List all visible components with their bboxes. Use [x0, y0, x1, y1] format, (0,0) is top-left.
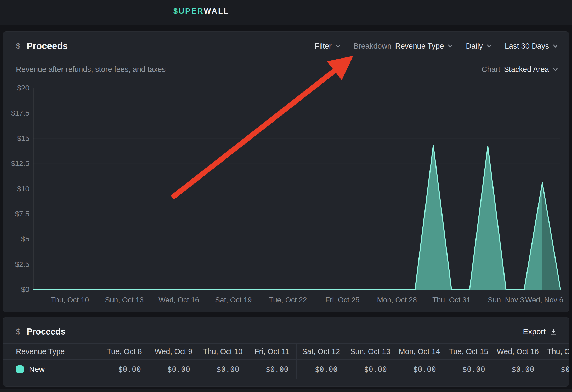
x-axis-label: Tue, Oct 22 [269, 296, 307, 304]
proceeds-chart-card: $ Proceeds Filter Breakdown Revenue Type… [3, 31, 569, 312]
y-axis-label: $15 [3, 134, 29, 143]
chart-card-subheader: Revenue after refunds, store fees, and t… [16, 65, 557, 74]
y-axis-label: $0 [3, 285, 29, 294]
table-value-cell: $0.00 [444, 360, 493, 379]
interval-dropdown[interactable]: Daily [459, 42, 497, 50]
logo-prefix: $UPER [173, 7, 204, 15]
chart-card-title-group: $ Proceeds [16, 41, 68, 51]
column-header-date: Tue, Oct 8 [100, 344, 149, 359]
filter-dropdown[interactable]: Filter [315, 42, 346, 50]
table-value-cell: $0.00 [346, 360, 395, 379]
export-button[interactable]: Export [523, 327, 557, 336]
y-axis-label: $2.5 [3, 260, 29, 269]
table-value-cell: $0.00 [493, 360, 542, 379]
y-axis-label: $12.5 [3, 159, 29, 168]
chevron-down-icon [336, 43, 340, 47]
chevron-down-icon [487, 43, 491, 47]
breakdown-label: Breakdown [354, 42, 392, 50]
x-axis-label: Wed, Nov 6 [525, 296, 563, 304]
stacked-area-chart[interactable] [33, 88, 560, 290]
column-header-date: Sat, Oct 12 [296, 344, 346, 359]
table-value-cell: $0.00 [100, 360, 149, 379]
table-value-cell: $0.00 [198, 360, 247, 379]
x-axis-label: Sun, Oct 13 [105, 296, 144, 304]
dollar-icon: $ [16, 42, 20, 50]
y-axis-label: $7.5 [3, 210, 29, 218]
x-axis-label: Mon, Oct 28 [377, 296, 417, 304]
column-header-date: Wed, Oct 16 [493, 344, 542, 359]
top-bar: $UPERWALL [0, 0, 572, 25]
table-value-cell: $0.00 [247, 360, 296, 379]
dollar-icon: $ [16, 327, 20, 336]
breakdown-value: Revenue Type [395, 42, 444, 50]
column-header-date: Mon, Oct 14 [395, 344, 444, 359]
series-color-swatch [16, 365, 24, 373]
logo-suffix: WALL [204, 7, 229, 15]
superwall-logo[interactable]: $UPERWALL [173, 7, 229, 15]
chart-card-title: Proceeds [27, 41, 68, 51]
column-header-date: Fri, Oct 11 [247, 344, 296, 359]
filter-label: Filter [315, 42, 331, 50]
table-value-cell: $0.00 [395, 360, 444, 379]
table-value-cell: $0.00 [542, 360, 569, 379]
column-header-date: Thu, Oct 10 [198, 344, 247, 359]
proceeds-table-card: $ Proceeds Export Revenue TypeTue, Oct 8… [3, 317, 569, 387]
chart-type-dropdown[interactable]: Chart Stacked Area [475, 65, 557, 74]
column-header-revenue-type: Revenue Type [3, 344, 100, 359]
table-card-header: $ Proceeds Export [16, 325, 557, 338]
row-label-text: New [29, 360, 45, 379]
column-header-date: Tue, Oct 15 [444, 344, 493, 359]
x-axis-label: Sat, Oct 19 [215, 296, 252, 304]
x-axis-label: Thu, Oct 10 [51, 296, 89, 304]
date-range-value: Last 30 Days [505, 42, 549, 50]
chart-card-subtitle: Revenue after refunds, store fees, and t… [16, 65, 166, 74]
y-axis-label: $10 [3, 185, 29, 193]
chevron-down-icon [553, 43, 558, 47]
date-range-dropdown[interactable]: Last 30 Days [498, 42, 557, 50]
chart-type-label: Chart [482, 65, 500, 74]
chart-card-header: $ Proceeds Filter Breakdown Revenue Type… [16, 39, 557, 53]
table-row: New$0.00$0.00$0.00$0.00$0.00$0.00$0.00$0… [3, 359, 569, 379]
proceeds-table: Revenue TypeTue, Oct 8Wed, Oct 9Thu, Oct… [3, 343, 569, 379]
x-axis-label: Sun, Nov 3 [488, 296, 524, 304]
chevron-down-icon [448, 43, 453, 47]
y-axis-label: $20 [3, 84, 29, 92]
download-icon [550, 328, 557, 335]
table-card-title: Proceeds [27, 327, 66, 337]
column-header-date: Thu, Oct 17 [542, 344, 569, 359]
export-label: Export [523, 327, 546, 336]
breakdown-dropdown[interactable]: Breakdown Revenue Type [347, 42, 459, 50]
table-header-row: Revenue TypeTue, Oct 8Wed, Oct 9Thu, Oct… [3, 343, 569, 359]
x-axis-label: Fri, Oct 25 [325, 296, 360, 304]
column-header-date: Sun, Oct 13 [346, 344, 395, 359]
chart-type-value: Stacked Area [504, 65, 549, 74]
table-value-cell: $0.00 [296, 360, 346, 379]
chevron-down-icon [553, 66, 558, 71]
table-value-cell: $0.00 [149, 360, 198, 379]
y-axis-label: $17.5 [3, 109, 29, 117]
row-label: New [3, 360, 100, 379]
column-header-date: Wed, Oct 9 [149, 344, 198, 359]
y-axis-label: $5 [3, 235, 29, 243]
interval-value: Daily [466, 42, 483, 50]
x-axis-label: Wed, Oct 16 [158, 296, 199, 304]
x-axis-label: Thu, Oct 31 [432, 296, 471, 304]
next-section-partial [0, 389, 572, 392]
chart-controls: Filter Breakdown Revenue Type Daily Last… [315, 42, 557, 50]
table-card-title-group: $ Proceeds [16, 327, 65, 337]
